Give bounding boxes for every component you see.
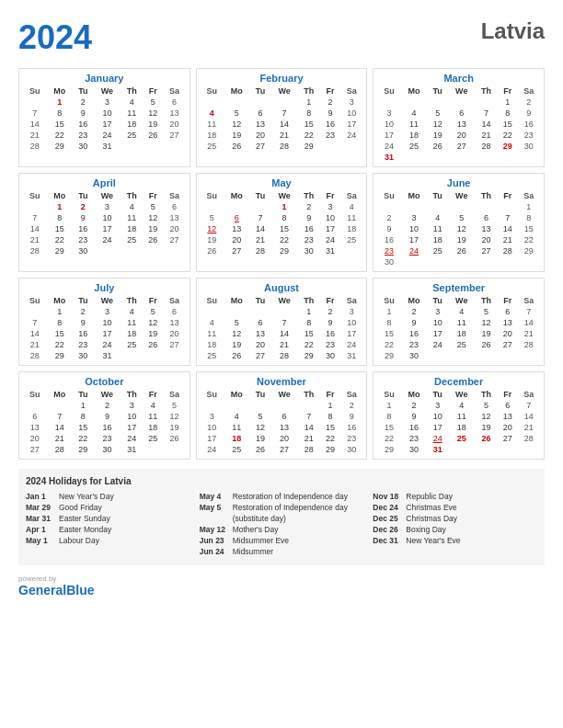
calendar-day: 10	[94, 212, 121, 223]
calendar-day: 28	[23, 245, 46, 256]
calendar-day: 16	[401, 328, 428, 339]
calendar-day: 15	[298, 119, 320, 130]
calendar-day: 10	[121, 411, 143, 422]
calendar-day: 25	[448, 339, 475, 350]
calendar-day: 18	[201, 130, 224, 141]
calendar-day: 17	[401, 234, 428, 245]
calendar-day: 6	[498, 306, 518, 317]
calendar-day: 20	[224, 234, 250, 245]
holiday-item-name: Christmas Eve	[406, 503, 456, 512]
calendar-day: 26	[224, 141, 250, 152]
calendar-day: 2	[377, 212, 400, 223]
calendar-day: 2	[73, 201, 94, 212]
calendar-day: 18	[448, 328, 475, 339]
calendar-day: 4	[340, 201, 362, 212]
calendar-day: 25	[121, 339, 143, 350]
calendar-day: 29	[518, 245, 540, 256]
calendar-day: 12	[201, 223, 224, 234]
calendar-day: 23	[377, 245, 400, 256]
calendar-day: 17	[201, 433, 224, 444]
calendar-day: 28	[23, 141, 46, 152]
calendar-day: 26	[143, 234, 163, 245]
calendar-day: 21	[270, 339, 297, 350]
holiday-item-date: Dec 26	[373, 525, 402, 534]
calendar-day	[94, 245, 121, 256]
holidays-col-2: May 4Restoration of Independence dayMay …	[200, 492, 364, 558]
calendar-day: 6	[498, 400, 518, 411]
holiday-item-name: Boxing Day	[406, 525, 445, 534]
calendar-day: 3	[94, 97, 121, 108]
calendar-day: 1	[46, 201, 73, 212]
calendar-day: 25	[340, 234, 362, 245]
calendar-day	[250, 97, 271, 108]
calendar-day	[224, 400, 250, 411]
calendar-day: 16	[73, 223, 94, 234]
calendar-day: 10	[340, 108, 362, 119]
calendar-day	[163, 245, 185, 256]
calendar-day: 17	[121, 422, 143, 433]
calendar-day: 5	[224, 317, 250, 328]
calendar-day: 16	[73, 119, 94, 130]
holiday-item: May 1Labour Day	[26, 536, 190, 545]
calendar-day: 16	[94, 422, 121, 433]
calendar-day: 8	[46, 108, 73, 119]
calendar-day: 9	[73, 317, 94, 328]
calendar-day: 8	[320, 411, 340, 422]
calendar-day: 7	[46, 411, 73, 422]
calendar-day: 4	[448, 400, 475, 411]
calendar-day: 24	[201, 444, 224, 455]
holiday-item: Dec 24Christmas Eve	[373, 503, 537, 512]
calendar-day: 13	[163, 212, 185, 223]
calendar-day: 14	[270, 328, 297, 339]
holidays-col-3: Nov 18Republic DayDec 24Christmas EveDec…	[373, 492, 537, 558]
calendar-day: 6	[224, 212, 250, 223]
calendar-day: 12	[163, 411, 185, 422]
calendar-day: 11	[121, 212, 143, 223]
calendar-day: 11	[448, 317, 475, 328]
calendar-day	[427, 256, 448, 267]
month-title-september: September	[377, 282, 540, 293]
calendar-day: 9	[320, 108, 340, 119]
holiday-item-date: May 1	[26, 536, 55, 545]
calendar-day	[448, 152, 475, 163]
calendar-day: 8	[298, 108, 320, 119]
calendar-day: 1	[46, 306, 73, 317]
calendar-day: 21	[23, 234, 46, 245]
calendar-day: 16	[340, 422, 362, 433]
calendar-day: 9	[401, 411, 428, 422]
calendar-day: 25	[201, 350, 224, 361]
calendar-day	[518, 152, 540, 163]
calendar-day	[475, 97, 497, 108]
calendar-day: 29	[46, 141, 73, 152]
calendar-day: 28	[498, 245, 518, 256]
calendar-day	[121, 245, 143, 256]
month-block-november: NovemberSuMoTuWeThFrSa123456789101112131…	[196, 371, 368, 460]
calendar-day: 23	[401, 339, 428, 350]
calendar-day: 15	[46, 223, 73, 234]
calendar-day: 25	[143, 433, 163, 444]
calendar-day: 21	[518, 328, 540, 339]
calendar-day: 20	[498, 422, 518, 433]
month-block-september: SeptemberSuMoTuWeThFrSa12345678910111213…	[373, 278, 545, 366]
calendar-day	[427, 201, 448, 212]
calendar-day: 5	[250, 411, 271, 422]
calendar-day	[201, 400, 224, 411]
calendar-day: 17	[427, 422, 448, 433]
month-title-june: June	[377, 177, 540, 188]
calendar-day	[475, 444, 497, 455]
calendar-day: 30	[340, 444, 362, 455]
calendar-day: 17	[94, 119, 121, 130]
month-title-august: August	[201, 282, 363, 293]
calendar-day	[475, 350, 497, 361]
calendar-day: 27	[224, 245, 250, 256]
calendar-day: 31	[377, 152, 400, 163]
calendar-day: 31	[320, 245, 340, 256]
calendar-day: 22	[270, 234, 297, 245]
calendar-day	[401, 97, 428, 108]
calendar-day: 2	[401, 400, 428, 411]
holiday-item-date: Mar 31	[26, 514, 55, 523]
calendar-day: 22	[320, 433, 340, 444]
calendar-day: 10	[427, 411, 448, 422]
calendar-day: 7	[23, 108, 46, 119]
calendar-day: 2	[298, 201, 320, 212]
